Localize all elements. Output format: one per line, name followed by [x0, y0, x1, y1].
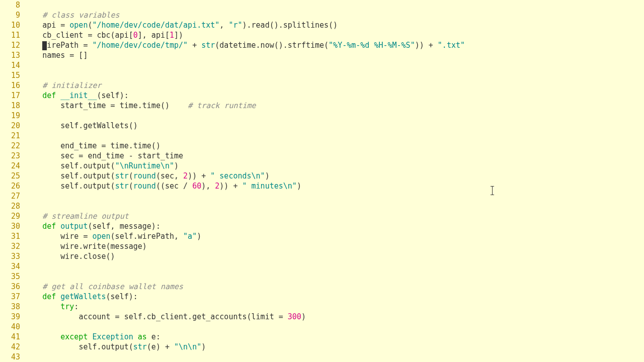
code-token: sec = end_time - start_time	[60, 151, 183, 160]
code-token: def	[42, 292, 56, 301]
line-number: 27	[0, 191, 20, 201]
code-token: (e) +	[147, 342, 174, 351]
code-token: str	[115, 171, 129, 180]
code-line[interactable]	[24, 70, 644, 80]
code-token: names = []	[42, 51, 88, 60]
text-caret-icon	[492, 187, 493, 195]
line-number: 16	[0, 80, 20, 90]
code-line[interactable]	[24, 111, 644, 121]
code-token: 0	[133, 31, 138, 40]
code-line[interactable]: self.output("\nRuntime\n")	[24, 161, 644, 171]
code-token: as	[138, 332, 147, 341]
line-number-gutter: 8910111213141516171819202122232425262728…	[0, 0, 24, 362]
code-token: output	[60, 222, 88, 231]
code-token: )	[174, 161, 179, 170]
code-line[interactable]: # class variables	[24, 10, 644, 20]
code-line[interactable]: sec = end_time - start_time	[24, 151, 644, 161]
code-token: round	[133, 171, 156, 180]
code-line[interactable]: # get all coinbase wallet names	[24, 282, 644, 292]
code-line[interactable]: try:	[24, 302, 644, 312]
code-line[interactable]	[24, 60, 644, 70]
code-line[interactable]: wire = open(self.wirePath, "a")	[24, 231, 644, 241]
code-line[interactable]: self.output(str(e) + "\n\n")	[24, 342, 644, 352]
code-token: ,	[219, 21, 228, 30]
code-line[interactable]: end_time = time.time()	[24, 141, 644, 151]
code-token: try	[60, 302, 74, 311]
code-token: str	[133, 342, 147, 351]
code-token: self.output(	[60, 182, 115, 191]
code-token: open	[92, 232, 110, 241]
code-line[interactable]	[24, 131, 644, 141]
line-number: 31	[0, 231, 20, 241]
code-token: (	[129, 182, 133, 191]
code-editor[interactable]: 8910111213141516171819202122232425262728…	[0, 0, 644, 362]
code-token: )) +	[219, 182, 242, 191]
code-line[interactable]: wire.write(message)	[24, 241, 644, 251]
code-line[interactable]: # streamline output	[24, 211, 644, 221]
code-token: (sec,	[156, 171, 183, 180]
line-number: 43	[0, 352, 20, 362]
code-line[interactable]	[24, 261, 644, 272]
code-line[interactable]: api = open("/home/dev/code/dat/api.txt",…	[24, 20, 644, 30]
code-line[interactable]	[24, 191, 644, 201]
code-line[interactable]	[24, 322, 644, 332]
code-line[interactable]: wire.close()	[24, 251, 644, 261]
code-token: self.getWallets()	[60, 121, 138, 130]
line-number: 38	[0, 302, 20, 312]
code-area[interactable]: # class variables api = open("/home/dev/…	[24, 0, 644, 362]
code-token: "/home/dev/code/tmp/"	[92, 41, 188, 50]
line-number: 26	[0, 181, 20, 191]
code-line[interactable]: account = self.cb_client.get_accounts(li…	[24, 312, 644, 322]
code-line[interactable]: # initializer	[24, 80, 644, 90]
code-token: start_time = time.time()	[60, 101, 188, 110]
code-line[interactable]	[24, 352, 644, 362]
code-token: ).read().splitlines()	[243, 21, 338, 30]
code-token: (self):	[97, 91, 129, 100]
code-line[interactable]: except Exception as e:	[24, 332, 644, 342]
code-token: api =	[42, 21, 69, 30]
code-token: str	[201, 41, 215, 50]
code-line[interactable]: names = []	[24, 50, 644, 60]
code-token: # class variables	[42, 11, 120, 20]
code-line[interactable]: cb_client = cbc(api[0], api[1])	[24, 30, 644, 40]
code-line[interactable]: self.getWallets()	[24, 121, 644, 131]
code-token: ".txt"	[438, 41, 465, 50]
code-token: ),	[201, 182, 215, 191]
code-line[interactable]: def output(self, message):	[24, 221, 644, 231]
code-token: 60	[192, 182, 201, 191]
code-line[interactable]: self.output(str(round(sec, 2)) + " secon…	[24, 171, 644, 181]
code-line[interactable]: def getWallets(self):	[24, 292, 644, 302]
line-number: 39	[0, 312, 20, 322]
code-line[interactable]	[24, 272, 644, 282]
code-token: )	[265, 171, 270, 180]
code-token: wirePath =	[42, 41, 92, 50]
line-number: 18	[0, 101, 20, 111]
code-token: account = self.cb_client.get_accounts(li…	[78, 312, 287, 321]
code-token: " seconds\n"	[210, 171, 265, 180]
code-line[interactable]	[24, 0, 644, 10]
line-number: 25	[0, 171, 20, 181]
code-token: 1	[170, 31, 174, 40]
code-line[interactable]: self.output(str(round((sec / 60), 2)) + …	[24, 181, 644, 191]
code-token: )	[201, 342, 206, 351]
code-token: def	[42, 91, 56, 100]
line-number: 28	[0, 201, 20, 211]
code-token: wire =	[60, 232, 92, 241]
line-number: 19	[0, 111, 20, 121]
code-token: "\nRuntime\n"	[115, 161, 174, 170]
scrollbar[interactable]	[640, 0, 644, 362]
code-line[interactable]: start_time = time.time() # track runtime	[24, 101, 644, 111]
code-line[interactable]	[24, 201, 644, 211]
line-number: 14	[0, 60, 20, 70]
code-token: wire.write(message)	[60, 242, 147, 251]
line-number: 37	[0, 292, 20, 302]
code-token	[56, 91, 60, 100]
line-number: 41	[0, 332, 20, 342]
code-token: (self):	[106, 292, 138, 301]
code-token: )	[297, 182, 301, 191]
code-line[interactable]: def __init__(self):	[24, 90, 644, 101]
line-number: 11	[0, 30, 20, 40]
code-token: self.output(	[60, 171, 115, 180]
code-line[interactable]: wirePath = "/home/dev/code/tmp/" + str(d…	[24, 40, 644, 50]
code-token: ], api[	[138, 31, 170, 40]
